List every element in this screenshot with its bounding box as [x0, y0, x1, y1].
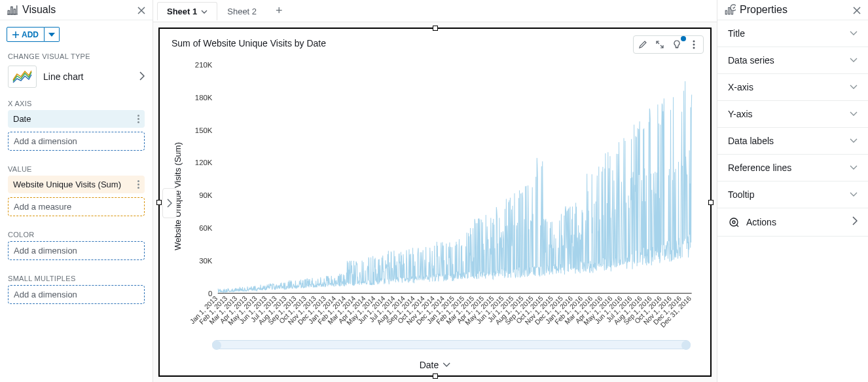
sheet-tabs: Sheet 1 Sheet 2 +: [153, 0, 717, 22]
close-icon: [137, 6, 146, 15]
svg-text:210K: 210K: [195, 61, 213, 69]
expand-button[interactable]: [652, 37, 668, 52]
x-axis-label[interactable]: Date: [420, 360, 451, 370]
svg-text:30K: 30K: [199, 257, 213, 265]
expand-icon: [655, 40, 664, 49]
visual-toolbar: [633, 35, 704, 54]
svg-text:150K: 150K: [195, 126, 213, 134]
lightbulb-icon: [672, 40, 681, 49]
value-field-pill[interactable]: Website Unique Visits (Sum): [8, 176, 145, 193]
value-field-label: Website Unique Visits (Sum): [13, 180, 121, 189]
chart-type-label: Line chart: [43, 71, 133, 82]
chevron-down-icon: [850, 136, 858, 145]
svg-text:120K: 120K: [195, 159, 213, 166]
pencil-icon: [638, 40, 647, 49]
chevron-down-icon: [850, 29, 858, 38]
color-section-label: COLOR: [0, 227, 153, 241]
svg-rect-61: [725, 10, 727, 14]
plus-icon: [12, 31, 19, 38]
properties-row-title[interactable]: Title: [717, 20, 868, 47]
chevron-down-icon: [201, 10, 208, 14]
xaxis-field-label: Date: [13, 114, 31, 124]
resize-handle-w[interactable]: [156, 200, 162, 205]
chevron-right-icon: [167, 199, 172, 208]
x-range-slider[interactable]: [212, 340, 691, 349]
properties-actions[interactable]: Actions: [717, 208, 868, 237]
tab-sheet2[interactable]: Sheet 2: [217, 2, 266, 20]
properties-row-reference-lines[interactable]: Reference lines: [717, 155, 868, 181]
chevron-down-icon: [443, 362, 450, 368]
svg-text:60K: 60K: [199, 224, 213, 232]
chevron-down-icon: [850, 190, 858, 199]
svg-point-2: [693, 47, 695, 49]
visuals-panel: Visuals ADD CHANGE VISUAL TYPE Line char…: [0, 0, 153, 382]
visuals-panel-title: Visuals: [7, 4, 137, 16]
value-add-measure[interactable]: Add a measure: [8, 197, 145, 216]
properties-row-data-labels[interactable]: Data labels: [717, 128, 868, 155]
resize-handle-s[interactable]: [433, 373, 438, 379]
properties-panel: Properties TitleData seriesX-axisY-axisD…: [717, 0, 868, 382]
chart-title: Sum of Website Unique Visits by Date: [160, 29, 710, 51]
small-multiples-add-dimension[interactable]: Add a dimension: [8, 285, 145, 304]
change-visual-type-label: CHANGE VISUAL TYPE: [0, 48, 153, 63]
svg-text:90K: 90K: [199, 191, 213, 199]
color-add-dimension[interactable]: Add a dimension: [8, 241, 145, 260]
bar-chart-icon: [7, 4, 18, 16]
caret-down-icon: [48, 33, 55, 37]
resize-handle-n[interactable]: [433, 26, 438, 31]
svg-point-0: [693, 41, 695, 43]
close-panel-button[interactable]: [137, 5, 146, 15]
vertical-dots-icon: [693, 40, 695, 49]
svg-point-1: [693, 44, 695, 46]
more-options-button[interactable]: [686, 37, 702, 52]
add-sheet-button[interactable]: +: [266, 4, 292, 18]
field-menu-icon[interactable]: [137, 115, 139, 123]
add-visual-button[interactable]: ADD: [7, 27, 45, 42]
chevron-down-icon: [850, 109, 858, 119]
line-chart-thumb-icon: [8, 66, 37, 88]
chevron-down-icon: [850, 83, 858, 92]
resize-handle-e[interactable]: [708, 200, 714, 205]
properties-row-y-axis[interactable]: Y-axis: [717, 101, 868, 128]
xaxis-add-dimension[interactable]: Add a dimension: [8, 132, 145, 151]
xaxis-field-pill[interactable]: Date: [8, 110, 145, 128]
close-properties-button[interactable]: [852, 5, 861, 15]
properties-row-tooltip[interactable]: Tooltip: [717, 181, 868, 208]
chevron-down-icon: [850, 163, 858, 172]
insights-button[interactable]: [669, 37, 685, 52]
value-section-label: VALUE: [0, 161, 153, 176]
edit-button[interactable]: [635, 37, 651, 52]
visual-card[interactable]: Sum of Website Unique Visits by Date Web…: [158, 28, 712, 377]
chart-type-selector[interactable]: Line chart: [0, 63, 153, 96]
small-multiples-section-label: SMALL MULTIPLES: [0, 271, 153, 285]
chart-plot[interactable]: 030K60K90K120K150K180K210KJan 1, 2013Feb…: [184, 58, 698, 335]
chevron-right-icon: [852, 216, 858, 228]
properties-row-x-axis[interactable]: X-axis: [717, 74, 868, 101]
svg-rect-62: [729, 8, 730, 14]
svg-point-66: [732, 221, 735, 223]
add-visual-dropdown[interactable]: [45, 27, 60, 42]
properties-icon: [724, 4, 736, 16]
actions-icon: [728, 216, 740, 228]
chevron-right-icon: [139, 71, 145, 83]
close-icon: [852, 6, 861, 15]
field-wells-toggle[interactable]: [162, 188, 177, 218]
properties-panel-title: Properties: [724, 4, 852, 16]
svg-text:180K: 180K: [195, 94, 213, 102]
xaxis-section-label: X AXIS: [0, 96, 153, 110]
field-menu-icon[interactable]: [137, 180, 139, 189]
sheet-canvas[interactable]: Sum of Website Unique Visits by Date Web…: [153, 22, 717, 382]
properties-row-data-series[interactable]: Data series: [717, 47, 868, 74]
tab-sheet1[interactable]: Sheet 1: [157, 2, 217, 20]
chevron-down-icon: [850, 56, 858, 65]
